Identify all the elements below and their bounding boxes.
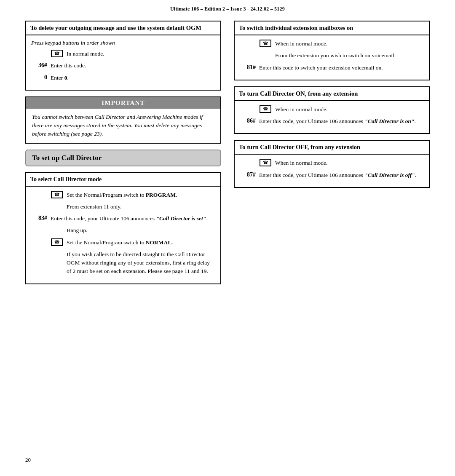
step-row: ☎ When in normal mode. — [240, 159, 424, 167]
step-key — [31, 250, 47, 251]
step-row: ☎ Set the Normal/Program switch to NORMA… — [31, 238, 215, 247]
turn-on-box: To turn Call Director ON, from any exten… — [234, 86, 430, 134]
step-text: From the extension you wish to switch on… — [259, 51, 424, 60]
handset-icon: ☎ — [51, 50, 63, 57]
turn-off-body: ☎ When in normal mode. 87# Enter this co… — [235, 155, 429, 187]
step-text: Set the Normal/Program switch to NORMAL. — [67, 238, 215, 247]
italic-instruction: Press keypad buttons in order shown — [31, 40, 215, 46]
turn-off-title: To turn Call Director OFF, from any exte… — [235, 141, 429, 155]
step-text: Enter this code, your Ultimate 106 annou… — [51, 214, 215, 223]
phone-icon: ☎ — [259, 159, 272, 166]
step-key: 87# — [240, 171, 256, 178]
turn-on-title: To turn Call Director ON, from any exten… — [235, 87, 429, 101]
step-text: Enter this code. — [51, 62, 215, 70]
step-text: Enter 0. — [51, 74, 215, 82]
select-mode-box: To select Call Director mode ☎ Set the N… — [25, 172, 221, 284]
step-key — [31, 50, 47, 50]
step-key — [31, 238, 47, 239]
step-key: 86# — [240, 117, 256, 124]
phone-icon: ☎ — [259, 40, 272, 47]
step-text: When in normal mode. — [275, 105, 424, 114]
page-header: Ultimate 106 – Edition 2 – Issue 3 - 24.… — [0, 0, 455, 16]
phone-icon: ☎ — [259, 105, 272, 113]
left-column: To delete your outgoing message and use … — [25, 21, 221, 284]
delete-ogm-title: To delete your outgoing message and use … — [26, 21, 220, 35]
phone-icon: ☎ — [51, 191, 63, 198]
important-header: IMPORTANT — [26, 97, 220, 109]
step-row: ☎ Set the Normal/Program switch to PROGR… — [31, 191, 215, 199]
step-key — [31, 203, 47, 203]
handset-icon: ☎ — [260, 105, 271, 113]
step-row: 86# Enter this code, your Ultimate 106 a… — [240, 117, 424, 126]
important-body: You cannot switch between Call Director … — [26, 109, 220, 143]
step-row: From the extension you wish to switch on… — [240, 51, 424, 60]
step-text: When in normal mode. — [275, 159, 424, 167]
delete-ogm-box: To delete your outgoing message and use … — [25, 21, 221, 91]
phone-icon: ☎ — [51, 238, 63, 246]
step-row: 83# Enter this code, your Ultimate 106 a… — [31, 214, 215, 223]
switch-mailboxes-title: To switch individual extension mailboxes… — [235, 21, 429, 35]
step-text: In normal mode. — [67, 50, 215, 58]
step-text: From extension 11 only. — [51, 203, 215, 211]
step-row: ☎ In normal mode. — [31, 50, 215, 58]
step-text: Enter this code, your Ultimate 106 annou… — [259, 171, 424, 179]
header-title: Ultimate 106 – Edition 2 – Issue 3 - 24.… — [170, 6, 285, 12]
step-key — [31, 226, 47, 227]
step-text: Enter this code to switch your extension… — [259, 64, 424, 72]
step-row: From extension 11 only. — [31, 203, 215, 211]
step-key: 0 — [31, 74, 47, 81]
turn-off-box: To turn Call Director OFF, from any exte… — [234, 140, 430, 188]
turn-on-body: ☎ When in normal mode. 86# Enter this co… — [235, 101, 429, 134]
delete-ogm-body: Press keypad buttons in order shown ☎ In… — [26, 35, 220, 90]
step-text: When in normal mode. — [275, 40, 424, 48]
step-row: ☎ When in normal mode. — [240, 40, 424, 48]
step-text: Set the Normal/Program switch to PROGRAM… — [67, 191, 215, 199]
handset-icon: ☎ — [260, 40, 271, 47]
step-key — [240, 159, 256, 159]
select-mode-title: To select Call Director mode — [26, 173, 220, 187]
step-row: 0 Enter 0. — [31, 74, 215, 82]
step-row: Hang up. — [31, 226, 215, 235]
step-row: 81# Enter this code to switch your exten… — [240, 64, 424, 72]
phone-icon: ☎ — [51, 50, 63, 57]
step-row: 36# Enter this code. — [31, 62, 215, 70]
handset-icon: ☎ — [51, 238, 63, 246]
step-text: Enter this code, your Ultimate 106 annou… — [259, 117, 424, 126]
step-text: Hang up. — [51, 226, 215, 235]
select-mode-body: ☎ Set the Normal/Program switch to PROGR… — [26, 187, 220, 283]
step-key: 81# — [240, 64, 256, 71]
step-key: 36# — [31, 62, 47, 69]
right-column: To switch individual extension mailboxes… — [234, 21, 430, 284]
step-key — [31, 191, 47, 191]
handset-icon: ☎ — [260, 159, 271, 166]
step-key: 83# — [31, 214, 47, 222]
step-key — [240, 40, 256, 40]
switch-mailboxes-box: To switch individual extension mailboxes… — [234, 21, 430, 80]
page-number: 20 — [25, 457, 31, 463]
step-key — [240, 51, 256, 52]
step-row: ☎ When in normal mode. — [240, 105, 424, 114]
step-text: If you wish callers to be directed strai… — [51, 250, 215, 276]
step-key — [240, 105, 256, 106]
switch-mailboxes-body: ☎ When in normal mode. From the extensio… — [235, 35, 429, 80]
step-row: 87# Enter this code, your Ultimate 106 a… — [240, 171, 424, 179]
handset-icon: ☎ — [51, 191, 63, 198]
step-row: If you wish callers to be directed strai… — [31, 250, 215, 276]
important-box: IMPORTANT You cannot switch between Call… — [25, 96, 221, 144]
setup-heading: To set up Call Director — [25, 150, 221, 166]
